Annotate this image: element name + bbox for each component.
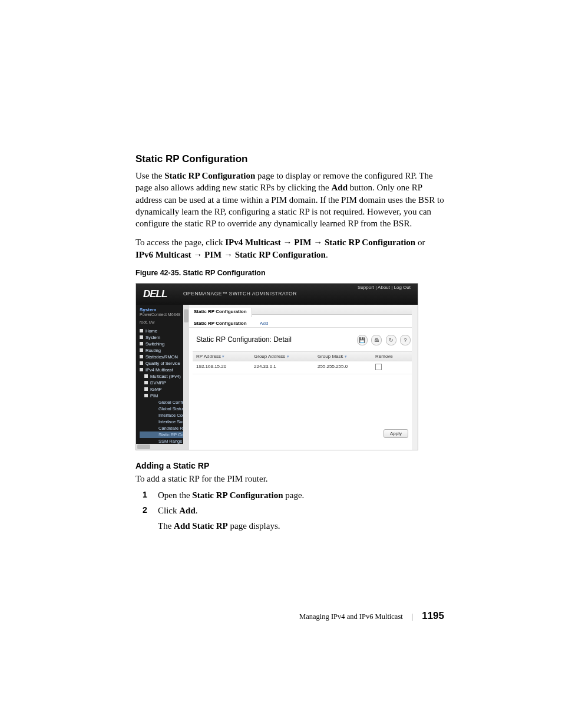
- nav-node: PIM: [204, 250, 222, 259]
- sort-icon[interactable]: ▾: [222, 354, 224, 358]
- step-2: 2 Click Add.: [135, 503, 444, 518]
- nav-item-home[interactable]: Home: [140, 328, 189, 334]
- arrow: →: [281, 238, 295, 247]
- nav-sidebar: System PowerConnect M6348 root, r/w Home…: [136, 305, 189, 450]
- nav-item-system[interactable]: System: [140, 334, 189, 341]
- col-group[interactable]: Group Address ▾: [250, 352, 314, 361]
- step-1: 1 Open the Static RP Configuration page.: [135, 488, 444, 502]
- page-name: Static RP Configuration: [192, 490, 283, 500]
- system-label: System: [140, 307, 189, 312]
- dell-logo: DELL: [143, 288, 167, 300]
- nav-item-stats[interactable]: Statistics/RMON: [140, 354, 189, 360]
- save-icon[interactable]: 💾: [357, 335, 368, 345]
- step-number: 1: [143, 488, 147, 501]
- page-name: Add Static RP: [174, 521, 228, 531]
- subsection-heading: Adding a Static RP: [135, 461, 444, 470]
- nav-item-multicast[interactable]: Multicast (IPv4): [140, 373, 189, 380]
- arrow: →: [191, 250, 205, 259]
- main-vscroll[interactable]: [412, 305, 418, 450]
- nav-item-if-config[interactable]: Interface Configu: [140, 412, 189, 419]
- page-footer: Managing IPv4 and IPv6 Multicast | 1195: [135, 610, 444, 622]
- footer-text: Managing IPv4 and IPv6 Multicast: [299, 612, 403, 621]
- access-path: To access the page, click IPv4 Multicast…: [135, 236, 444, 261]
- subtab-row: Static RP Configuration Add: [189, 315, 418, 328]
- breadcrumb-tab[interactable]: Static RP Configuration: [189, 308, 252, 317]
- text: page displays.: [228, 521, 280, 531]
- nav-node: PIM: [294, 238, 311, 247]
- text: Click: [158, 506, 179, 515]
- arrow: →: [222, 250, 235, 259]
- text: The: [158, 521, 174, 531]
- screenshot: DELL OPENMANAGE™ SWITCH ADMINISTRATOR Su…: [135, 283, 418, 450]
- arrow: →: [311, 238, 325, 247]
- text: or: [415, 238, 425, 247]
- toolbar: 💾 🖶 ↻ ?: [356, 334, 411, 345]
- nav-item-if-summary[interactable]: Interface Summa: [140, 419, 189, 425]
- nav-node: Static RP Configuration: [235, 250, 326, 259]
- col-remove: Remove: [372, 352, 414, 361]
- footer-separator: |: [405, 612, 420, 621]
- figure-caption: Figure 42-35. Static RP Configuration: [135, 269, 444, 277]
- sidebar-vscroll[interactable]: [183, 305, 189, 450]
- section-heading: Static RP Configuration: [135, 153, 444, 165]
- nav-item-cand-rp[interactable]: Candidate RP C: [140, 425, 189, 431]
- apply-button[interactable]: Apply: [384, 429, 408, 438]
- nav-item-global-status[interactable]: Global Status: [140, 406, 189, 412]
- text: Use the: [135, 171, 164, 180]
- remove-checkbox[interactable]: [375, 364, 382, 370]
- refresh-icon[interactable]: ↻: [386, 335, 396, 345]
- nav-item-routing[interactable]: Routing: [140, 347, 189, 354]
- help-icon[interactable]: ?: [400, 335, 411, 345]
- nav-item-dvmrp[interactable]: DVMRP: [140, 380, 189, 386]
- col-mask[interactable]: Group Mask ▾: [314, 352, 372, 361]
- detail-title: Static RP Configuration: Detail: [196, 335, 292, 344]
- nav-item-global-config[interactable]: Global Configura: [140, 399, 189, 406]
- text: .: [196, 506, 198, 515]
- nav-item-qos[interactable]: Quality of Service: [140, 360, 189, 367]
- nav-node: IPv6 Multicast: [135, 250, 191, 259]
- cell-mask: 255.255.255.0: [314, 361, 372, 374]
- col-rp[interactable]: RP Address ▾: [193, 352, 250, 361]
- main-panel: Static RP Configuration Static RP Config…: [189, 305, 418, 450]
- print-icon[interactable]: 🖶: [371, 335, 382, 345]
- config-name: Static RP Configuration: [164, 171, 255, 180]
- text: page.: [283, 490, 305, 500]
- nav-item-pim[interactable]: PIM: [140, 393, 189, 399]
- nav-node: Static RP Configuration: [325, 238, 415, 247]
- nav-item-switching[interactable]: Switching: [140, 341, 189, 347]
- header-links[interactable]: Support | About | Log Out: [358, 285, 411, 290]
- table-header: RP Address ▾ Group Address ▾ Group Mask …: [193, 351, 414, 361]
- text: To access the page, click: [135, 238, 225, 247]
- nav-item-ipv4mc[interactable]: IPv4 Multicast: [140, 367, 189, 373]
- text: .: [326, 250, 328, 259]
- nav-item-igmp[interactable]: IGMP: [140, 386, 189, 393]
- subtab-config[interactable]: Static RP Configuration: [194, 321, 247, 326]
- sort-icon[interactable]: ▾: [345, 354, 347, 358]
- step-number: 2: [143, 503, 147, 516]
- intro-paragraph: Use the Static RP Configuration page to …: [135, 170, 444, 229]
- breadcrumb-tab-row: Static RP Configuration: [189, 305, 418, 315]
- nav-node: IPv4 Multicast: [225, 238, 281, 247]
- button-name: Add: [179, 506, 196, 515]
- subtab-add[interactable]: Add: [260, 321, 268, 326]
- sidebar-hscroll[interactable]: [136, 444, 189, 450]
- page-number: 1195: [422, 610, 444, 621]
- step-result: The Add Static RP page displays.: [135, 519, 444, 533]
- subsection-intro: To add a static RP for the PIM router.: [135, 473, 444, 485]
- table-row: 192.168.15.20 224.33.0.1 255.255.255.0: [193, 361, 414, 374]
- device-label: PowerConnect M6348: [140, 312, 189, 317]
- app-header: DELL OPENMANAGE™ SWITCH ADMINISTRATOR Su…: [136, 284, 418, 305]
- nav-item-static-rp[interactable]: Static RP Conf: [140, 431, 189, 438]
- text: Open the: [158, 490, 192, 500]
- sort-icon[interactable]: ▾: [287, 354, 289, 358]
- cell-rp: 192.168.15.20: [193, 361, 250, 374]
- cell-group: 224.33.0.1: [250, 361, 314, 374]
- add-button-name: Add: [331, 183, 348, 192]
- app-title: OPENMANAGE™ SWITCH ADMINISTRATOR: [183, 291, 297, 297]
- user-label: root, r/w: [140, 320, 189, 324]
